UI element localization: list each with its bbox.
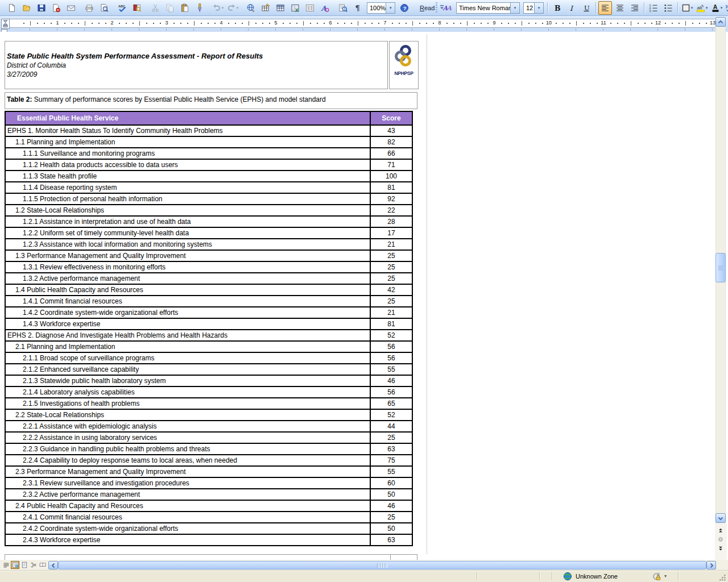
tab-selector[interactable]	[1, 19, 10, 29]
bullets-button[interactable]	[661, 1, 675, 15]
zone-label: Unknown Zone	[576, 573, 618, 580]
research-button[interactable]	[130, 1, 144, 15]
ruler-band[interactable]: 12345678910111213	[9, 19, 715, 28]
reading-layout-view-button[interactable]	[38, 561, 47, 569]
security-zone-icon[interactable]	[652, 572, 661, 581]
print-preview-button[interactable]	[97, 1, 111, 15]
service-cell: 2.1.3 Statewide public health laboratory…	[6, 377, 370, 385]
show-hide-pilcrow-button[interactable]: ¶	[351, 1, 365, 15]
bold-button[interactable]: B	[550, 1, 564, 15]
horizontal-scrollbar-track[interactable]	[58, 561, 706, 569]
combo-dropdown-arrow-icon[interactable]: ▾	[510, 3, 519, 13]
dropdown-arrow-icon[interactable]: ▾	[691, 6, 693, 10]
print-button[interactable]	[82, 1, 96, 15]
highlight-button[interactable]: ab▾	[695, 1, 709, 15]
font-color-button[interactable]: A▾	[710, 1, 723, 15]
normal-view-button[interactable]	[2, 561, 10, 569]
previous-page-button[interactable]	[716, 526, 725, 534]
web-layout-view-button[interactable]	[11, 561, 19, 569]
table-caption-label: Table 2:	[7, 95, 32, 103]
columns-button[interactable]	[303, 1, 317, 15]
underline-button[interactable]: U	[580, 1, 593, 15]
insert-excel-table-button[interactable]: X	[288, 1, 302, 15]
score-cell: 75	[370, 455, 412, 465]
open-folder-button[interactable]	[20, 1, 34, 15]
dropdown-arrow-icon[interactable]: ▾	[706, 6, 708, 10]
score-cell: 92	[370, 194, 412, 204]
horizontal-scrollbar-thumb[interactable]	[58, 561, 706, 569]
redo-button[interactable]: ▾	[226, 1, 239, 15]
scroll-down-button[interactable]	[715, 513, 726, 523]
score-cell: 21	[370, 307, 412, 318]
save-button[interactable]	[35, 1, 48, 15]
dropdown-arrow-icon[interactable]: ▾	[721, 6, 723, 10]
service-cell: 2.3.2 Active performance management	[6, 490, 370, 498]
drawing-button[interactable]: A	[318, 1, 332, 15]
bottom-scroll-row	[0, 560, 728, 570]
nphpsp-logo-box: NPHPSP	[389, 41, 419, 89]
score-cell: 46	[370, 376, 412, 386]
toolbar-grip[interactable]	[436, 2, 437, 14]
vertical-scrollbar-track[interactable]	[715, 27, 726, 513]
document-area[interactable]: State Public Health System Performance A…	[0, 32, 715, 560]
toolbar-options-button[interactable]	[724, 1, 728, 15]
insert-hyperlink-button[interactable]	[244, 1, 258, 15]
tables-and-borders-button[interactable]	[259, 1, 272, 15]
scroll-up-button[interactable]	[715, 17, 726, 27]
outline-view-button[interactable]	[29, 561, 38, 569]
select-browse-object-button[interactable]	[716, 535, 725, 543]
resize-grip[interactable]	[718, 573, 726, 582]
copy-button[interactable]	[163, 1, 177, 15]
insert-table-button[interactable]	[274, 1, 287, 15]
paste-button[interactable]	[178, 1, 192, 15]
scroll-left-button[interactable]	[48, 561, 58, 569]
font-size-combo[interactable]: 12▾	[523, 2, 544, 14]
score-cell: 66	[370, 148, 412, 159]
svg-text:B: B	[555, 3, 561, 12]
document-header-box: State Public Health System Performance A…	[5, 41, 388, 89]
print-layout-view-button[interactable]	[20, 561, 28, 569]
mail-button[interactable]	[64, 1, 78, 15]
align-center-button[interactable]	[613, 1, 627, 15]
vertical-scrollbar-thumb[interactable]	[715, 253, 726, 282]
combo-dropdown-arrow-icon[interactable]: ▾	[386, 3, 395, 13]
cut-button[interactable]	[148, 1, 162, 15]
styles-and-formatting-button[interactable]: AA	[440, 1, 454, 15]
next-page-button[interactable]	[716, 544, 725, 552]
numbering-button[interactable]: 1.2.3.	[647, 1, 660, 15]
align-right-button[interactable]	[628, 1, 642, 15]
italic-button[interactable]: I	[565, 1, 578, 15]
dropdown-arrow-icon[interactable]: ▾	[222, 6, 224, 10]
spelling-check-button[interactable]: ABC	[115, 1, 129, 15]
scroll-right-button[interactable]	[706, 561, 716, 569]
undo-button[interactable]: ▾	[211, 1, 225, 15]
table-row: 2.4.1 Commit financial resources25	[6, 512, 412, 523]
service-cell: 2.1.2 Enhanced surveillance capability	[6, 365, 370, 373]
security-dropdown-arrow[interactable]: ▾	[664, 573, 667, 579]
font-name-combo[interactable]: Times New Roman▾	[456, 2, 520, 14]
service-cell: 2.4 Public Health Capacity and Resources	[6, 502, 370, 510]
zoom-combo[interactable]: 100%▾	[367, 2, 395, 14]
table-header-row: Essential Public Health Service Score	[6, 112, 412, 126]
nphpsp-logo-text: NPHPSP	[390, 70, 418, 76]
score-cell: 25	[370, 433, 412, 443]
font-size-value: 12	[524, 5, 534, 11]
dropdown-arrow-icon[interactable]: ▾	[237, 6, 239, 10]
table-row: 2.1.1 Broad scope of surveillance progra…	[6, 353, 412, 364]
score-cell: 56	[370, 353, 412, 363]
help-button[interactable]: ?	[398, 1, 411, 15]
document-map-button[interactable]	[336, 1, 350, 15]
service-cell: 1.3 Performance Management and Quality I…	[6, 252, 370, 260]
format-painter-button[interactable]	[193, 1, 206, 15]
performance-table: Essential Public Health Service Score EP…	[5, 111, 413, 546]
svg-text:ABC: ABC	[118, 4, 125, 7]
score-cell: 42	[370, 285, 412, 295]
align-left-button[interactable]	[598, 1, 612, 15]
outside-border-button[interactable]: ▾	[680, 1, 694, 15]
read-mode-button[interactable]: Read	[416, 1, 436, 15]
permission-button[interactable]	[49, 1, 63, 15]
service-cell: 1.1.3 State health profile	[6, 172, 370, 180]
new-document-button[interactable]	[5, 1, 19, 15]
combo-dropdown-arrow-icon[interactable]: ▾	[534, 3, 543, 13]
toolbar-separator	[547, 2, 548, 14]
